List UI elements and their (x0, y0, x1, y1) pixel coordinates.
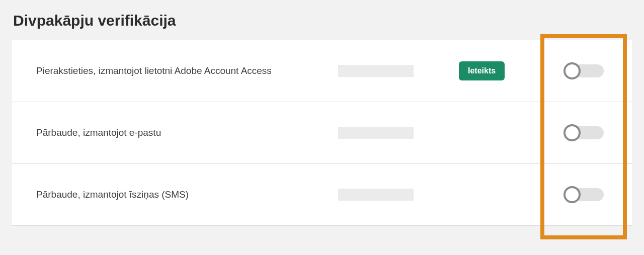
verification-row-sms: Pārbaude, izmantojot īsziņas (SMS) (12, 164, 632, 226)
verification-row-app: Pierakstieties, izmantojot lietotni Adob… (12, 40, 632, 102)
row-label: Pārbaude, izmantojot e-pastu (36, 127, 338, 138)
placeholder-block (338, 65, 414, 77)
toggle-area (559, 124, 608, 141)
row-label: Pierakstieties, izmantojot lietotni Adob… (36, 65, 338, 76)
toggle-knob (564, 62, 581, 79)
toggle-app-access[interactable] (564, 62, 604, 79)
recommended-badge: Ieteikts (459, 61, 505, 80)
toggle-area (559, 62, 608, 79)
toggle-knob (564, 186, 581, 203)
toggle-area (559, 186, 608, 203)
settings-section: Divpakāpju verifikācija Pierakstieties, … (0, 0, 644, 226)
verification-panel: Pierakstieties, izmantojot lietotni Adob… (12, 40, 632, 226)
placeholder-block (338, 189, 414, 201)
placeholder-block (338, 127, 414, 139)
row-label: Pārbaude, izmantojot īsziņas (SMS) (36, 189, 338, 200)
toggle-email[interactable] (564, 124, 604, 141)
toggle-sms[interactable] (564, 186, 604, 203)
section-title: Divpakāpju verifikācija (13, 12, 632, 29)
verification-row-email: Pārbaude, izmantojot e-pastu (12, 102, 632, 164)
toggle-knob (564, 124, 581, 141)
